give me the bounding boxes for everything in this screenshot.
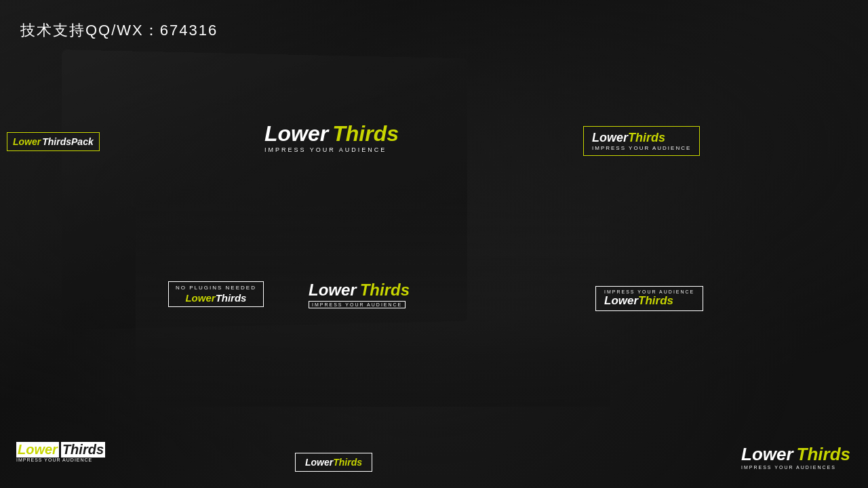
badge-top-right-green: Thirds: [628, 131, 665, 145]
badge-top-left-white: Thirds: [42, 136, 71, 147]
badge-top-left-suffix: Pack: [71, 136, 94, 147]
badge-mid-right-white: Lower: [604, 294, 638, 308]
badge-bot-right-sub: IMPRESS YOUR AUDIENCES: [741, 465, 836, 470]
badge-top-left-green: Lower: [13, 136, 41, 147]
badge-mid-center-green: Thirds: [360, 281, 410, 300]
badge-bot-right-mainline: LowerThirds: [741, 444, 853, 465]
watermark: 技术支持QQ/WX：674316: [20, 20, 218, 41]
content-layer: 技术支持QQ/WX：674316 Lower Thirds Pack Lower…: [0, 0, 868, 488]
badge-top-right-white: Lower: [592, 131, 628, 145]
badge-top-center: LowerThirds IMPRESS YOUR AUDIENCE: [258, 119, 408, 156]
badge-mid-center-sub: IMPRESS YOUR AUDIENCE: [309, 301, 406, 308]
badge-bot-left-green: Lower: [16, 442, 59, 458]
badge-bot-left-white: Thirds: [61, 442, 105, 458]
badge-mid-right: IMPRESS YOUR AUDIENCE Lower Thirds: [595, 286, 703, 311]
badge-mid-right-green: Thirds: [638, 294, 673, 308]
badge-top-left: Lower Thirds Pack: [7, 132, 100, 151]
badge-mid-center-white: Lower: [309, 281, 357, 300]
badge-bot-right-white: Lower: [741, 444, 793, 465]
badge-bot-left: LowerThirds IMPRESS YOUR AUDIENCE: [9, 439, 112, 465]
badge-bot-right: LowerThirds IMPRESS YOUR AUDIENCES: [734, 441, 860, 472]
badge-bot-left-mainline: LowerThirds: [16, 442, 105, 458]
badge-mid-left-green: Lower: [185, 292, 215, 304]
badge-bot-center: Lower Thirds: [295, 453, 372, 472]
badge-mid-right-label: IMPRESS YOUR AUDIENCE: [604, 289, 694, 294]
badge-top-right-sub: IMPRESS YOUR AUDIENCE: [592, 145, 691, 151]
badge-mid-left: NO PLUGINS NEEDED Lower Thirds: [168, 281, 264, 307]
badge-top-center-mainline: LowerThirds: [264, 121, 401, 146]
badge-top-center-white: Lower: [264, 121, 328, 146]
badge-mid-left-mainline: Lower Thirds: [185, 292, 246, 304]
badge-top-center-green: Thirds: [332, 121, 399, 146]
badge-mid-center-mainline: LowerThirds: [309, 281, 412, 300]
badge-bot-center-white: Lower: [305, 457, 333, 468]
badge-top-right-mainline: Lower Thirds: [592, 131, 665, 145]
badge-top-center-sub: IMPRESS YOUR AUDIENCE: [264, 146, 387, 153]
badge-mid-center: LowerThirds IMPRESS YOUR AUDIENCE: [302, 278, 419, 311]
badge-bot-right-green: Thirds: [797, 444, 850, 465]
badge-mid-right-mainline: Lower Thirds: [604, 294, 673, 308]
badge-bot-left-sub: IMPRESS YOUR AUDIENCE: [16, 458, 92, 462]
badge-bot-center-green: Thirds: [333, 457, 362, 468]
badge-mid-left-label: NO PLUGINS NEEDED: [176, 285, 256, 291]
badge-mid-left-white: Thirds: [216, 292, 247, 304]
badge-top-right: Lower Thirds IMPRESS YOUR AUDIENCE: [583, 126, 700, 156]
